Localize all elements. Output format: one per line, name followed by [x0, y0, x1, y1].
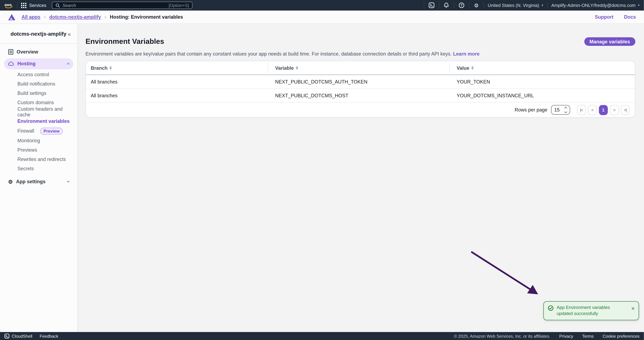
- previous-page-button[interactable]: <: [588, 105, 597, 115]
- divider: [439, 2, 439, 8]
- notifications-bell-icon[interactable]: [443, 3, 450, 8]
- page-1-button[interactable]: 1: [599, 105, 608, 115]
- page-description: Environment variables are key/value pair…: [86, 51, 635, 57]
- divider: [17, 2, 18, 8]
- sidebar-item-hosting[interactable]: Hosting: [4, 58, 73, 69]
- divider: [484, 2, 484, 8]
- sort-icon: [110, 66, 112, 70]
- divider: [547, 2, 548, 8]
- sidebar-item-environment-variables[interactable]: Environment variables: [4, 117, 73, 126]
- page-size-value: 15: [554, 107, 560, 113]
- support-link[interactable]: Support: [595, 14, 614, 20]
- sort-icon: [296, 66, 298, 70]
- services-menu[interactable]: Services: [21, 3, 46, 8]
- sidebar-item-overview[interactable]: Overview: [4, 47, 73, 58]
- sidebar-item-rewrites-and-redirects[interactable]: Rewrites and redirects: [4, 155, 73, 164]
- cloud-icon: [8, 62, 14, 66]
- page-title: Environment Variables: [86, 37, 164, 46]
- sidebar-item-access-control[interactable]: Access control: [4, 70, 73, 79]
- success-toast: App Environment variables updated succes…: [543, 301, 639, 320]
- console-footer: CloudShell Feedback © 2025, Amazon Web S…: [0, 332, 644, 340]
- cell-variable: NEXT_PUBLIC_DOTCMS_AUTH_TOKEN: [268, 79, 449, 85]
- column-header-variable[interactable]: Variable: [268, 61, 449, 75]
- cell-branch: All branches: [86, 79, 268, 85]
- aws-amplify-console: aws Services [Option+S]: [0, 0, 644, 340]
- account-menu[interactable]: Amplify-Admin-ONLY/freddy@dotcms.com ▼: [551, 3, 640, 8]
- cookie-preferences-link[interactable]: Cookie preferences: [603, 334, 640, 338]
- copyright-text: © 2025, Amazon Web Services, Inc. or its…: [454, 334, 550, 338]
- table-row: All branches NEXT_PUBLIC_DOTCMS_AUTH_TOK…: [86, 75, 635, 89]
- aws-logo[interactable]: aws: [4, 2, 13, 8]
- manage-variables-button[interactable]: Manage variables: [584, 37, 635, 46]
- region-selector[interactable]: United States (N. Virginia) ▼: [488, 3, 544, 8]
- next-page-button[interactable]: >: [610, 105, 618, 115]
- breadcrumb-app[interactable]: dotcms-nextjs-amplify: [49, 14, 101, 20]
- last-page-button[interactable]: >|: [621, 105, 630, 115]
- close-icon[interactable]: ✕: [631, 306, 635, 312]
- global-search[interactable]: [Option+S]: [52, 2, 192, 9]
- page-size-select[interactable]: 15: [551, 105, 570, 115]
- document-icon: [8, 49, 13, 55]
- grid-icon: [21, 3, 26, 8]
- cloudshell-button[interactable]: CloudShell: [4, 334, 32, 338]
- stepper-icon: [565, 108, 567, 112]
- chevron-right-icon: ›: [44, 14, 46, 20]
- rows-per-page-label: Rows per page: [514, 107, 547, 113]
- caret-down-icon: ▼: [541, 4, 544, 7]
- success-check-icon: [548, 305, 553, 311]
- divider: [469, 2, 469, 8]
- sidebar-item-monitoring[interactable]: Monitoring: [4, 136, 73, 145]
- amplify-logo[interactable]: [8, 14, 16, 21]
- pagination-bar: Rows per page 15 |< < 1 > >|: [86, 103, 635, 117]
- breadcrumb-current: Hosting: Environment variables: [110, 14, 183, 20]
- table-header: Branch Variable Value: [86, 61, 635, 75]
- table-row: All branches NEXT_PUBLIC_DOTCMS_HOST YOU…: [86, 89, 635, 103]
- chevron-right-icon: ›: [104, 14, 106, 20]
- preview-badge: Preview: [40, 128, 63, 134]
- search-icon: [56, 3, 60, 8]
- privacy-link[interactable]: Privacy: [559, 334, 573, 338]
- sidebar-item-app-settings[interactable]: ⚙ App settings: [4, 176, 73, 187]
- caret-down-icon: ▼: [638, 4, 640, 7]
- region-label: United States (N. Virginia): [488, 3, 539, 8]
- sidebar-item-build-settings[interactable]: Build settings: [4, 89, 73, 98]
- sidebar-item-previews[interactable]: Previews: [4, 145, 73, 155]
- divider: [454, 2, 454, 8]
- sidebar-item-firewall[interactable]: Firewall Preview: [4, 126, 73, 136]
- column-header-branch[interactable]: Branch: [86, 61, 268, 75]
- docs-link[interactable]: Docs: [624, 14, 636, 20]
- gear-icon: ⚙: [8, 179, 13, 184]
- cell-branch: All branches: [86, 93, 268, 98]
- cloudshell-icon[interactable]: [428, 3, 435, 8]
- toast-message: App Environment variables updated succes…: [556, 304, 628, 316]
- feedback-button[interactable]: Feedback: [40, 334, 58, 338]
- account-label: Amplify-Admin-ONLY/freddy@dotcms.com: [551, 3, 636, 8]
- cell-value: YOUR_TOKEN: [449, 79, 635, 85]
- divider: [424, 2, 424, 8]
- sidebar: dotcms-nextjs-amplify « Overview: [0, 24, 78, 332]
- cell-value: YOUR_DOTCMS_INSTANCE_URL: [449, 93, 635, 98]
- column-header-value[interactable]: Value: [449, 61, 635, 75]
- first-page-button[interactable]: |<: [577, 105, 586, 115]
- help-icon[interactable]: ?: [458, 3, 465, 8]
- chevron-up-icon: [67, 63, 70, 66]
- settings-gear-icon[interactable]: ⚙: [473, 2, 480, 8]
- learn-more-link[interactable]: Learn more: [453, 51, 480, 57]
- sidebar-item-custom-headers-and-cache[interactable]: Custom headers and cache: [4, 107, 73, 117]
- search-input[interactable]: [62, 3, 166, 8]
- collapse-sidebar-icon[interactable]: «: [68, 31, 71, 37]
- sidebar-item-secrets[interactable]: Secrets: [4, 164, 73, 173]
- terms-link[interactable]: Terms: [582, 334, 594, 338]
- chevron-down-icon: [67, 180, 70, 183]
- cloudshell-icon: [4, 334, 9, 338]
- cell-variable: NEXT_PUBLIC_DOTCMS_HOST: [268, 93, 449, 98]
- sidebar-item-custom-domains[interactable]: Custom domains: [4, 98, 73, 107]
- env-variables-table: Branch Variable Value All branches NEXT_…: [86, 61, 635, 118]
- breadcrumb-bar: All apps › dotcms-nextjs-amplify › Hosti…: [0, 11, 644, 24]
- search-shortcut: [Option+S]: [169, 3, 189, 8]
- svg-text:?: ?: [460, 4, 462, 7]
- sidebar-app-name: dotcms-nextjs-amplify: [10, 31, 66, 37]
- sidebar-item-build-notifications[interactable]: Build notifications: [4, 79, 73, 89]
- breadcrumb-all-apps[interactable]: All apps: [22, 14, 40, 20]
- sort-icon: [472, 66, 474, 70]
